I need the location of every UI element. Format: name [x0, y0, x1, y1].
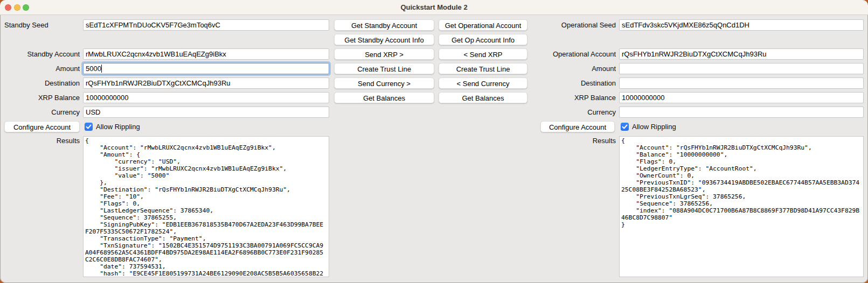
operational-account-input[interactable]: [619, 48, 864, 60]
checkmark-icon: [621, 123, 629, 131]
get-standby-account-info-button[interactable]: Get Standby Account Info: [334, 34, 434, 45]
standby-get-balances-button[interactable]: Get Balances: [334, 92, 434, 103]
operational-results-textarea[interactable]: { "Account": "rQsFHYb1nRWJR2BiuDTXgCtXCM…: [619, 136, 864, 277]
standby-destination-input[interactable]: [83, 77, 329, 89]
operational-xrp-balance-label: XRP Balance: [536, 92, 616, 103]
operational-destination-input[interactable]: [619, 77, 864, 89]
standby-destination-label: Destination: [0, 77, 80, 89]
standby-create-trust-line-button[interactable]: Create Trust Line: [334, 63, 434, 74]
get-op-account-info-button[interactable]: Get Op Account Info: [439, 34, 527, 45]
operational-currency-label: Currency: [536, 107, 616, 118]
send-xrp-left-button[interactable]: < Send XRP: [439, 48, 527, 60]
operational-seed-input[interactable]: [619, 19, 864, 31]
operational-currency-input[interactable]: [619, 107, 864, 118]
standby-account-label: Standby Account: [0, 48, 80, 60]
title-bar: Quickstart Module 2: [0, 0, 868, 15]
standby-currency-input[interactable]: [83, 107, 329, 118]
operational-xrp-balance-input[interactable]: [619, 92, 864, 103]
standby-account-input[interactable]: [83, 48, 329, 60]
standby-amount-input[interactable]: [83, 63, 329, 74]
operational-amount-input[interactable]: [619, 63, 864, 74]
operational-get-balances-button[interactable]: Get Balances: [439, 92, 527, 103]
standby-currency-label: Currency: [0, 107, 80, 118]
standby-xrp-balance-input[interactable]: [83, 92, 329, 103]
operational-seed-label: Operational Seed: [536, 19, 616, 31]
text-caret: [101, 65, 102, 73]
operational-allow-rippling-label: Allow Rippling: [632, 121, 676, 132]
standby-configure-account-button[interactable]: Configure Account: [4, 121, 80, 132]
standby-results-textarea[interactable]: { "Account": "rMwbLRUXC2qcnx4zvb1WB1uEAq…: [83, 136, 329, 277]
window-title: Quickstart Module 2: [0, 0, 868, 15]
standby-allow-rippling-label: Allow Rippling: [96, 121, 140, 132]
operational-amount-label: Amount: [536, 63, 616, 74]
send-currency-right-button[interactable]: Send Currency >: [334, 77, 434, 89]
get-operational-account-button[interactable]: Get Operational Account: [439, 19, 527, 31]
standby-allow-rippling-checkbox[interactable]: [85, 123, 93, 131]
standby-seed-input[interactable]: [83, 19, 329, 31]
operational-account-label: Operational Account: [536, 48, 616, 60]
operational-results-label: Results: [536, 135, 616, 146]
send-xrp-right-button[interactable]: Send XRP >: [334, 48, 434, 60]
standby-results-label: Results: [0, 135, 80, 146]
operational-configure-account-button[interactable]: Configure Account: [540, 121, 615, 132]
operational-create-trust-line-button[interactable]: Create Trust Line: [439, 63, 527, 74]
operational-allow-rippling-checkbox[interactable]: [621, 123, 629, 131]
checkmark-icon: [85, 123, 93, 131]
send-currency-left-button[interactable]: < Send Currency: [439, 77, 527, 89]
standby-amount-label: Amount: [0, 63, 80, 74]
standby-xrp-balance-label: XRP Balance: [0, 92, 80, 103]
get-standby-account-button[interactable]: Get Standby Account: [334, 19, 434, 31]
standby-seed-label: Standby Seed: [4, 19, 48, 31]
operational-destination-label: Destination: [536, 77, 616, 89]
app-window: Quickstart Module 2 Standby Seed Standby…: [0, 0, 868, 283]
